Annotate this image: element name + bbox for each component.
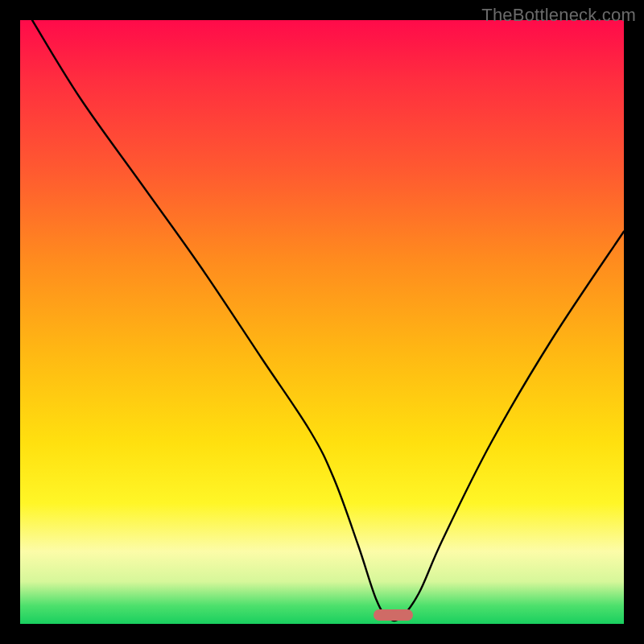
plot-area	[20, 20, 624, 624]
chart-frame: TheBottleneck.com	[0, 0, 644, 644]
optimal-range-marker	[374, 609, 413, 621]
bottleneck-curve	[20, 20, 624, 624]
watermark-text: TheBottleneck.com	[481, 5, 636, 26]
